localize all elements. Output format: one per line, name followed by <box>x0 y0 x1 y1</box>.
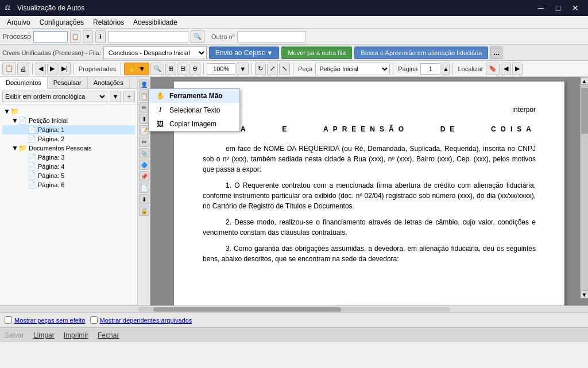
maximize-button[interactable]: □ <box>550 2 566 14</box>
tree-page-5[interactable]: 📄 Página: 5 <box>2 171 135 180</box>
mid-btn-11[interactable]: ⬇ <box>139 194 149 204</box>
select-button[interactable]: ⊟ <box>177 63 188 75</box>
checkbox-dependentes[interactable]: Mostrar dependentes arquivados <box>90 316 192 324</box>
tree-docs-pessoais[interactable]: ▼ 📁 Documentos Pessoais <box>2 144 135 153</box>
scroll-thumb[interactable] <box>581 88 588 134</box>
limpar-button[interactable]: Limpar <box>33 331 55 339</box>
scroll-up-btn[interactable]: ▲ <box>581 77 589 85</box>
menu-arquivo[interactable]: Arquivo <box>2 17 35 28</box>
dropdown-item-text[interactable]: I Selecionar Texto <box>150 103 239 117</box>
checkbox-pecas[interactable]: Mostrar peças sem efeito <box>5 316 86 324</box>
queue-select[interactable]: Conclusos - Despacho Inicial <box>103 47 207 59</box>
tree-order-select[interactable]: Exibir em ordem cronológica <box>2 91 107 102</box>
menu-acessibilidade[interactable]: Acessibilidade <box>129 17 182 28</box>
nav-right-button[interactable]: ▶ <box>512 63 523 75</box>
page1-icon: 📄 <box>28 126 36 134</box>
doc-area[interactable]: interpor BUSCA E APREENSÃO DE COISA em f… <box>150 77 588 305</box>
menu-configuracoes[interactable]: Configurações <box>35 17 88 28</box>
tb2-btn2[interactable]: 🖨 <box>17 63 29 75</box>
pagina-up[interactable]: ▲ <box>442 63 450 75</box>
pagina-input[interactable] <box>420 63 440 75</box>
tree-root[interactable]: ▼ 📁 <box>2 107 135 116</box>
hand-tool-button[interactable]: ✋ ▼ <box>124 63 149 75</box>
mid-btn-6[interactable]: ✂ <box>139 137 149 147</box>
peca-select[interactable]: Petição Inicial <box>315 63 390 75</box>
hand-tool-icon: ✋ <box>156 92 165 100</box>
toolbar1-btn3[interactable]: ℹ <box>95 30 106 43</box>
mid-btn-1[interactable]: 👤 <box>139 79 149 90</box>
zoom-input[interactable] <box>207 63 235 75</box>
checkbox-dependentes-label[interactable]: Mostrar dependentes arquivados <box>100 317 192 324</box>
tree-page-4[interactable]: 📄 Página: 4 <box>2 162 135 171</box>
hand-icon: ✋ <box>128 65 137 73</box>
doc-vscrollbar[interactable]: ▲ ▼ <box>580 77 588 299</box>
peticao-icon: 📄 <box>18 117 27 125</box>
tb2-btn1[interactable]: 📋 <box>2 63 16 75</box>
mover-fila-button[interactable]: Mover para outra fila <box>281 47 352 59</box>
envio-cejusc-button[interactable]: Envio ao Cejusc ▼ <box>209 47 280 59</box>
tree-page-6[interactable]: 📄 Página: 6 <box>2 180 135 189</box>
tree-toggle-root[interactable]: ▼ <box>3 107 10 115</box>
dropdown-hand-label: Ferramenta Mão <box>169 92 223 100</box>
zoom-options-button[interactable]: ▼ <box>237 63 249 75</box>
outro-input[interactable] <box>237 31 306 42</box>
doc-title-word3: APREENSÃO <box>323 124 408 134</box>
salvar-button[interactable]: Salvar <box>5 331 24 339</box>
mid-btn-12[interactable]: 🔒 <box>139 206 149 216</box>
nav-left-button[interactable]: ◀ <box>501 63 511 75</box>
processo-input[interactable] <box>33 31 68 42</box>
mid-btn-9[interactable]: 📌 <box>139 171 149 181</box>
mid-btn-7[interactable]: 📎 <box>139 148 149 158</box>
search-button[interactable]: 🔍 <box>191 30 204 43</box>
localizar-btn1[interactable]: 🔖 <box>486 63 500 75</box>
checkbox-dependentes-input[interactable] <box>90 316 98 324</box>
scroll-down-btn[interactable]: ▼ <box>581 290 589 299</box>
sep7 <box>393 63 393 75</box>
tree-page-3[interactable]: 📄 Página: 3 <box>2 153 135 162</box>
rotate-button[interactable]: ↻ <box>255 63 266 75</box>
minimize-button[interactable]: ─ <box>533 2 549 14</box>
busca-apreensao-button[interactable]: Busca e Apreensão em alienação fiduciári… <box>354 47 488 59</box>
tree-add-button[interactable]: + <box>123 91 135 102</box>
imprimir-button[interactable]: Imprimir <box>64 331 88 339</box>
fit2-button[interactable]: ⤡ <box>279 63 290 75</box>
toolbar1-btn1[interactable]: 📋 <box>70 30 80 43</box>
marquee-button[interactable]: ⊞ <box>165 63 176 75</box>
nav-next-button[interactable]: ▶ <box>47 63 57 75</box>
menu-relatorios[interactable]: Relatórios <box>88 17 129 28</box>
nav-end-button[interactable]: ▶| <box>59 63 71 75</box>
fechar-button[interactable]: Fechar <box>98 331 119 339</box>
processo-search-input[interactable] <box>108 31 188 42</box>
tree-expand-button[interactable]: ▼ <box>110 91 121 102</box>
mid-btn-3[interactable]: ✏ <box>139 102 149 113</box>
toolbar2: 📋 🖨 ◀ ▶ ▶| Propriedades ✋ ▼ 🔍 ⊞ ⊟ ⊖ ▼ ↻ … <box>0 61 588 77</box>
search-tool-button[interactable]: 🔍 <box>150 63 164 75</box>
checkbox-pecas-input[interactable] <box>5 316 12 324</box>
mid-btn-8[interactable]: 🔷 <box>139 160 149 170</box>
tree-page-2[interactable]: 📄 Página: 2 <box>2 134 135 144</box>
tab-pesquisar[interactable]: Pesquisar <box>48 77 88 88</box>
dropdown-item-image[interactable]: 🖼 Copiar Imagem <box>150 117 239 131</box>
mid-btn-2[interactable]: 📋 <box>139 91 149 101</box>
tree-page-1[interactable]: 📄 Página: 1 <box>2 125 135 134</box>
checkbox-pecas-label[interactable]: Mostrar peças sem efeito <box>14 317 86 324</box>
close-button[interactable]: ✕ <box>567 2 583 14</box>
more-options-button[interactable]: ... <box>490 47 502 59</box>
nav-prev-button[interactable]: ◀ <box>36 63 46 75</box>
zoom-out-button[interactable]: ⊖ <box>189 63 200 75</box>
tree-toggle-peticao[interactable]: ▼ <box>11 117 18 125</box>
mid-btn-10[interactable]: 📄 <box>139 183 149 193</box>
mid-btn-5[interactable]: 📝 <box>139 125 149 135</box>
tree-peticao-inicial[interactable]: ▼ 📄 Petição Inicial <box>2 116 135 125</box>
hscroll-thumb[interactable] <box>153 307 341 312</box>
tree-toggle-docs[interactable]: ▼ <box>11 144 18 152</box>
tab-documentos[interactable]: Documentos <box>0 77 48 89</box>
bottom-bar: Mostrar peças sem efeito Mostrar depende… <box>0 312 588 327</box>
tab-anotacoes[interactable]: Anotações <box>88 77 130 88</box>
toolbar1-btn2[interactable]: ▼ <box>83 30 93 43</box>
title-bar: ⚖ Visualização de Autos ─ □ ✕ <box>0 0 588 16</box>
fit-button[interactable]: ⤢ <box>267 63 278 75</box>
dropdown-item-hand[interactable]: ✋ Ferramenta Mão <box>150 89 239 103</box>
hscrollbar[interactable] <box>0 305 588 312</box>
mid-btn-4[interactable]: ⬆ <box>139 114 149 124</box>
